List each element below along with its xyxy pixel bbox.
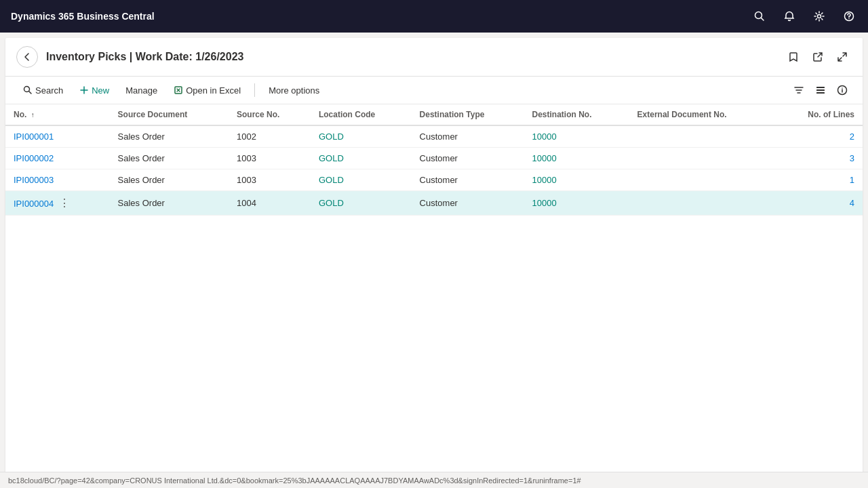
- cell-external-doc-no: [629, 191, 776, 216]
- filter-icon[interactable]: [789, 81, 808, 100]
- row-context-menu-icon[interactable]: ⋮: [56, 197, 73, 209]
- cell-external-doc-no: [629, 169, 776, 191]
- toolbar-right-actions: [789, 81, 852, 100]
- page-container: Inventory Picks | Work Date: 1/26/2023: [5, 38, 863, 483]
- cell-destination-type: Customer: [412, 169, 524, 191]
- search-icon[interactable]: [751, 8, 768, 24]
- cell-no-of-lines[interactable]: 3: [776, 148, 863, 169]
- sort-arrow-no: ↑: [31, 111, 35, 119]
- destination-no-link[interactable]: 10000: [532, 198, 556, 208]
- cell-destination-no[interactable]: 10000: [524, 148, 629, 169]
- back-button[interactable]: [16, 46, 38, 68]
- col-header-source-no[interactable]: Source No.: [229, 104, 311, 125]
- status-url: bc18cloud/BC/?page=42&company=CRONUS Int…: [8, 476, 581, 485]
- no-of-lines-link[interactable]: 3: [850, 153, 854, 163]
- table-header-row: No. ↑ Source Document Source No. Locatio…: [5, 104, 863, 125]
- open-new-window-icon[interactable]: [808, 47, 827, 66]
- info-icon[interactable]: [833, 81, 852, 100]
- location-code-link[interactable]: GOLD: [319, 153, 344, 163]
- cell-location-code[interactable]: GOLD: [311, 191, 412, 216]
- destination-no-link[interactable]: 10000: [532, 131, 556, 142]
- no-link[interactable]: IPI000003: [14, 175, 54, 185]
- cell-no[interactable]: IPI000003: [5, 169, 110, 191]
- cell-destination-no[interactable]: 10000: [524, 191, 629, 216]
- manage-button[interactable]: Manage: [119, 82, 164, 99]
- bell-icon[interactable]: [781, 8, 797, 24]
- cell-source-document: Sales Order: [110, 169, 229, 191]
- table-body: IPI000001 Sales Order 1002 GOLD Customer…: [5, 125, 863, 216]
- col-header-destination-no[interactable]: Destination No.: [524, 104, 629, 125]
- svg-line-1: [762, 18, 764, 21]
- app-title: Dynamics 365 Business Central: [11, 11, 751, 22]
- table-row[interactable]: IPI000001 Sales Order 1002 GOLD Customer…: [5, 125, 863, 148]
- cell-source-no: 1003: [229, 169, 311, 191]
- cell-no-of-lines[interactable]: 1: [776, 169, 863, 191]
- location-code-link[interactable]: GOLD: [319, 198, 344, 208]
- excel-icon: [174, 85, 183, 95]
- new-label: New: [92, 85, 109, 96]
- header-actions: [784, 47, 852, 66]
- search-icon: [23, 85, 33, 95]
- cell-external-doc-no: [629, 148, 776, 169]
- cell-source-document: Sales Order: [110, 148, 229, 169]
- cell-destination-no[interactable]: 10000: [524, 125, 629, 148]
- open-excel-label: Open in Excel: [186, 85, 241, 96]
- expand-icon[interactable]: [833, 47, 852, 66]
- new-button[interactable]: New: [73, 82, 116, 99]
- svg-rect-12: [816, 87, 825, 88]
- no-of-lines-link[interactable]: 2: [850, 131, 854, 142]
- col-header-no[interactable]: No. ↑: [5, 104, 110, 125]
- cell-location-code[interactable]: GOLD: [311, 148, 412, 169]
- no-link[interactable]: IPI000001: [14, 131, 54, 142]
- destination-no-link[interactable]: 10000: [532, 175, 556, 185]
- cell-no[interactable]: IPI000004 ⋮: [5, 191, 110, 216]
- svg-rect-14: [816, 92, 825, 94]
- cell-destination-type: Customer: [412, 148, 524, 169]
- cell-no[interactable]: IPI000002: [5, 148, 110, 169]
- table-row[interactable]: IPI000003 Sales Order 1003 GOLD Customer…: [5, 169, 863, 191]
- help-icon[interactable]: [841, 8, 857, 24]
- toolbar: Search New Manage Open in Excel More opt…: [5, 77, 863, 104]
- col-header-source-document[interactable]: Source Document: [110, 104, 229, 125]
- search-label: Search: [35, 85, 63, 96]
- cell-source-no: 1003: [229, 148, 311, 169]
- cell-location-code[interactable]: GOLD: [311, 169, 412, 191]
- cell-no-of-lines[interactable]: 2: [776, 125, 863, 148]
- location-code-link[interactable]: GOLD: [319, 131, 344, 142]
- open-excel-button[interactable]: Open in Excel: [167, 82, 248, 99]
- table-container: No. ↑ Source Document Source No. Locatio…: [5, 104, 863, 483]
- view-options-icon[interactable]: [811, 81, 830, 100]
- plus-icon: [79, 85, 89, 95]
- bookmark-icon[interactable]: [784, 47, 803, 66]
- col-header-external-doc-no[interactable]: External Document No.: [629, 104, 776, 125]
- cell-no-of-lines[interactable]: 4: [776, 191, 863, 216]
- cell-location-code[interactable]: GOLD: [311, 125, 412, 148]
- cell-external-doc-no: [629, 125, 776, 148]
- top-bar-icons: [751, 8, 857, 24]
- col-header-location-code[interactable]: Location Code: [311, 104, 412, 125]
- inventory-picks-table: No. ↑ Source Document Source No. Locatio…: [5, 104, 863, 216]
- col-header-destination-type[interactable]: Destination Type: [412, 104, 524, 125]
- table-row[interactable]: IPI000004 ⋮ Sales Order 1004 GOLD Custom…: [5, 191, 863, 216]
- search-button[interactable]: Search: [16, 82, 70, 99]
- settings-icon[interactable]: [811, 8, 827, 24]
- manage-label: Manage: [125, 85, 157, 96]
- cell-source-no: 1002: [229, 125, 311, 148]
- no-link[interactable]: IPI000004: [14, 199, 54, 209]
- col-header-no-of-lines[interactable]: No. of Lines: [776, 104, 863, 125]
- destination-no-link[interactable]: 10000: [532, 153, 556, 163]
- table-row[interactable]: IPI000002 Sales Order 1003 GOLD Customer…: [5, 148, 863, 169]
- cell-no[interactable]: IPI000001: [5, 125, 110, 148]
- more-options-label: More options: [269, 85, 319, 96]
- location-code-link[interactable]: GOLD: [319, 175, 344, 185]
- status-bar: bc18cloud/BC/?page=42&company=CRONUS Int…: [0, 472, 868, 488]
- no-link[interactable]: IPI000002: [14, 153, 54, 163]
- cell-destination-no[interactable]: 10000: [524, 169, 629, 191]
- no-of-lines-link[interactable]: 1: [850, 175, 854, 185]
- no-of-lines-link[interactable]: 4: [850, 198, 854, 208]
- more-options-button[interactable]: More options: [262, 82, 326, 99]
- cell-source-no: 1004: [229, 191, 311, 216]
- svg-line-6: [29, 92, 32, 94]
- page-title: Inventory Picks | Work Date: 1/26/2023: [46, 51, 784, 63]
- cell-source-document: Sales Order: [110, 125, 229, 148]
